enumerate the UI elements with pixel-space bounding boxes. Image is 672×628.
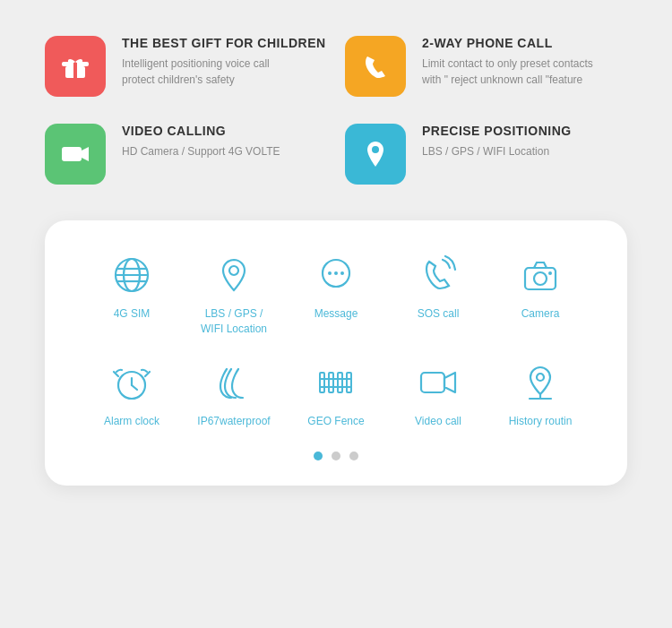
svg-point-14	[340, 271, 344, 275]
camera-label: Camera	[521, 306, 560, 322]
icon-4gsim: 4G SIM	[81, 253, 183, 337]
feature-location: PRECISE POSITIONING LBS / GPS / WIFI Loc…	[345, 124, 627, 185]
feature-location-text: PRECISE POSITIONING LBS / GPS / WIFI Loc…	[422, 124, 572, 159]
icon-geofence: GEO Fence	[285, 360, 387, 429]
svg-point-10	[229, 266, 238, 275]
svg-point-17	[548, 271, 552, 275]
icons-row-2: Alarm clock IP67waterproof	[81, 360, 591, 429]
video-call-icon	[416, 360, 461, 405]
historyroutin-label: History routin	[509, 414, 573, 429]
gift-icon-wrap	[45, 36, 106, 97]
phone-icon-wrap	[345, 36, 406, 97]
icon-videocall: Video call	[387, 360, 489, 429]
feature-gift-title: THE BEST GIFT FOR CHILDREN	[122, 36, 326, 50]
sos-phone-icon	[416, 253, 461, 297]
icons-row-1: 4G SIM LBS / GPS /WIFI Location Messag	[81, 253, 591, 337]
video-icon-wrap	[45, 124, 106, 185]
pagination-dot-3[interactable]	[349, 452, 358, 460]
camera-icon	[518, 253, 563, 297]
svg-point-4	[372, 146, 379, 153]
geofence-label: GEO Fence	[307, 414, 364, 429]
icon-camera: Camera	[489, 253, 591, 337]
globe-icon	[109, 253, 154, 297]
icon-ip67: IP67waterproof	[183, 360, 285, 429]
icon-soscall: SOS call	[387, 253, 489, 337]
svg-rect-27	[421, 373, 444, 392]
message-icon	[314, 253, 358, 297]
pin-icon	[211, 253, 256, 297]
svg-point-12	[328, 271, 332, 275]
pagination-dot-1[interactable]	[314, 452, 323, 460]
videocall-label: Video call	[415, 414, 461, 429]
icon-message: Message	[285, 253, 387, 337]
svg-line-20	[132, 385, 137, 390]
svg-point-13	[334, 271, 338, 275]
feature-video-title: VIDEO CALLING	[122, 124, 280, 138]
gift-icon	[58, 49, 92, 83]
feature-video-text: VIDEO CALLING HD Camera / Support 4G VOL…	[122, 124, 280, 159]
video-camera-icon	[58, 137, 92, 171]
icon-lbsgps: LBS / GPS /WIFI Location	[183, 253, 285, 337]
features-grid: THE BEST GIFT FOR CHILDREN Intelligent p…	[45, 36, 627, 185]
ip67-label: IP67waterproof	[197, 414, 270, 429]
feature-gift-desc: Intelligent positioning voice callprotec…	[122, 56, 326, 88]
svg-rect-3	[62, 147, 82, 161]
lbsgps-label: LBS / GPS /WIFI Location	[201, 306, 267, 337]
soscall-label: SOS call	[418, 306, 460, 322]
icon-alarmclock: Alarm clock	[81, 360, 183, 429]
alarm-clock-icon	[109, 360, 154, 405]
svg-point-28	[537, 374, 544, 381]
history-location-icon	[518, 360, 563, 405]
features-card: 4G SIM LBS / GPS /WIFI Location Messag	[45, 220, 627, 486]
pagination-dots	[81, 452, 591, 460]
feature-gift-text: THE BEST GIFT FOR CHILDREN Intelligent p…	[122, 36, 326, 88]
feature-location-title: PRECISE POSITIONING	[422, 124, 572, 138]
svg-rect-24	[347, 373, 351, 392]
message-label: Message	[314, 306, 358, 322]
svg-rect-15	[525, 268, 556, 289]
page: THE BEST GIFT FOR CHILDREN Intelligent p…	[0, 0, 672, 628]
svg-rect-23	[338, 373, 342, 392]
waterproof-icon	[211, 360, 256, 405]
pagination-dot-2[interactable]	[332, 452, 340, 460]
svg-rect-21	[320, 373, 324, 392]
feature-phone-title: 2-WAY PHONE CALL	[422, 36, 593, 50]
svg-point-16	[534, 272, 547, 285]
feature-phone-text: 2-WAY PHONE CALL Limit contact to only p…	[422, 36, 593, 88]
feature-phone: 2-WAY PHONE CALL Limit contact to only p…	[345, 36, 627, 97]
feature-video-desc: HD Camera / Support 4G VOLTE	[122, 143, 280, 159]
feature-phone-desc: Limit contact to only preset contactswit…	[422, 56, 593, 88]
icon-historyroutin: History routin	[489, 360, 591, 429]
feature-video: VIDEO CALLING HD Camera / Support 4G VOL…	[45, 124, 327, 185]
feature-gift: THE BEST GIFT FOR CHILDREN Intelligent p…	[45, 36, 327, 97]
geo-fence-icon	[314, 360, 358, 405]
phone-icon	[358, 49, 392, 83]
location-pin-icon	[358, 137, 392, 171]
feature-location-desc: LBS / GPS / WIFI Location	[422, 143, 572, 159]
4gsim-label: 4G SIM	[114, 306, 151, 322]
location-icon-wrap	[345, 124, 406, 185]
svg-rect-22	[329, 373, 333, 392]
alarmclock-label: Alarm clock	[104, 414, 159, 429]
